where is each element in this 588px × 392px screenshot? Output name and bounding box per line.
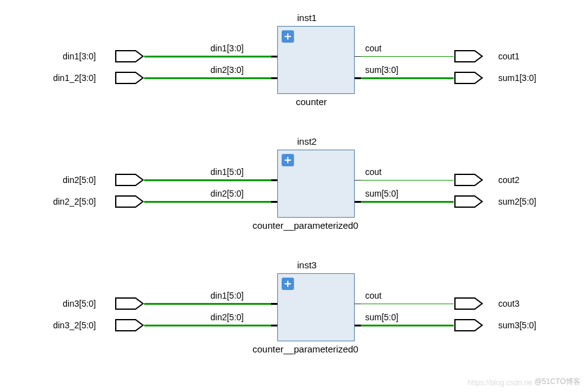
wire [144, 303, 271, 305]
internal-port-label: cout [365, 43, 381, 53]
pin-stub [355, 56, 361, 57]
pin-stub [271, 179, 277, 181]
wire [144, 77, 271, 79]
instance-name-label: inst3 [297, 260, 317, 270]
pin-stub [271, 303, 277, 305]
internal-port-label: din2[5:0] [210, 312, 244, 322]
output-port-symbol [454, 71, 483, 85]
watermark-text: https://blog.csdn.ne [468, 378, 532, 387]
svg-marker-7 [455, 196, 482, 207]
input-port-symbol [115, 318, 144, 332]
svg-marker-9 [116, 320, 143, 331]
pin-stub [271, 56, 277, 58]
instance-name-label: inst1 [297, 12, 317, 23]
module-type-label: counter__parameterized0 [253, 220, 358, 231]
output-port-symbol [454, 49, 483, 63]
pin-stub [355, 201, 361, 203]
svg-marker-8 [116, 298, 143, 309]
output-port-label: cout3 [498, 299, 519, 309]
output-port-symbol [454, 195, 483, 208]
wire [361, 77, 454, 79]
internal-port-label: din2[5:0] [210, 189, 244, 198]
module-type-label: counter [296, 96, 327, 107]
input-port-symbol [115, 71, 144, 85]
output-port-label: cout1 [498, 51, 519, 61]
pin-stub [271, 201, 277, 203]
pin-stub [355, 180, 361, 181]
internal-port-label: sum[5:0] [365, 312, 399, 322]
internal-port-label: din2[3:0] [210, 65, 244, 75]
input-port-label: din1_2[3:0] [37, 73, 96, 83]
module-box[interactable] [277, 273, 355, 341]
input-port-symbol [115, 49, 144, 63]
input-port-label: din1[3:0] [37, 51, 96, 61]
instance-inst3: inst3 counter__parameterized0 din3[5:0] … [19, 260, 569, 371]
schematic-canvas: inst1 counter din1[3:0] din1[3:0] din1_2… [0, 0, 588, 392]
instance-inst1: inst1 counter din1[3:0] din1[3:0] din1_2… [19, 12, 569, 124]
wire [361, 56, 454, 57]
svg-marker-6 [455, 174, 482, 185]
internal-port-label: cout [365, 167, 381, 177]
wire [144, 179, 271, 181]
module-type-label: counter__parameterized0 [253, 344, 358, 354]
input-port-symbol [115, 173, 144, 187]
wire [144, 201, 271, 203]
output-port-symbol [454, 318, 483, 332]
internal-port-label: din1[3:0] [210, 43, 244, 53]
output-port-label: sum3[5:0] [498, 320, 536, 330]
svg-marker-1 [116, 72, 143, 83]
svg-marker-0 [116, 51, 143, 62]
internal-port-label: sum[5:0] [365, 189, 399, 198]
svg-marker-11 [455, 320, 482, 331]
output-port-label: sum2[5:0] [498, 197, 536, 207]
input-port-symbol [115, 195, 144, 208]
internal-port-label: din1[5:0] [210, 291, 244, 300]
svg-marker-10 [455, 298, 482, 309]
input-port-label: din2[5:0] [37, 175, 96, 185]
svg-marker-5 [116, 196, 143, 207]
pin-stub [271, 325, 277, 326]
wire [361, 304, 454, 304]
wire [361, 180, 454, 181]
wire [144, 56, 271, 58]
watermark-text: @51CTO博客 [534, 377, 581, 387]
input-port-label: din2_2[5:0] [37, 197, 96, 207]
output-port-label: cout2 [498, 175, 519, 185]
output-port-symbol [454, 297, 483, 310]
output-port-label: sum1[3:0] [498, 73, 536, 83]
expand-icon[interactable] [282, 278, 294, 290]
wire [144, 325, 271, 326]
svg-marker-4 [116, 174, 143, 185]
wire [361, 201, 454, 203]
expand-icon[interactable] [282, 30, 294, 43]
input-port-label: din3[5:0] [37, 299, 96, 309]
expand-icon[interactable] [282, 154, 294, 166]
pin-stub [355, 77, 361, 79]
internal-port-label: cout [365, 291, 381, 300]
pin-stub [355, 325, 361, 326]
instance-inst2: inst2 counter__parameterized0 din2[5:0] … [19, 136, 569, 247]
svg-marker-2 [455, 51, 482, 62]
internal-port-label: sum[3:0] [365, 65, 399, 75]
wire [361, 325, 454, 326]
module-box[interactable] [277, 150, 355, 218]
pin-stub [355, 304, 361, 304]
module-box[interactable] [277, 26, 355, 94]
input-port-label: din3_2[5:0] [37, 320, 96, 330]
pin-stub [271, 77, 277, 79]
input-port-symbol [115, 297, 144, 310]
internal-port-label: din1[5:0] [210, 167, 244, 177]
instance-name-label: inst2 [297, 136, 317, 147]
output-port-symbol [454, 173, 483, 187]
svg-marker-3 [455, 72, 482, 83]
